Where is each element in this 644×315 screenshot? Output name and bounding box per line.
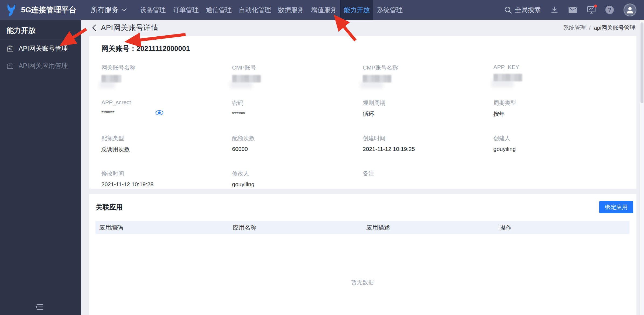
nav-item[interactable]: 能力开放 [340, 0, 373, 20]
detail-field: 创建时间2021-11-12 10:19:25 [363, 134, 494, 153]
table-column-header: 应用编码 [95, 224, 229, 232]
sidebar-title: 能力开放 [0, 20, 81, 40]
avatar[interactable] [624, 4, 636, 16]
nav-item[interactable]: 系统管理 [373, 0, 406, 20]
clipboard-icon [6, 62, 14, 70]
nav-item[interactable]: 订单管理 [169, 0, 202, 20]
page-title: API网关账号详情 [101, 23, 158, 33]
field-value-text: 总调用次数 [101, 146, 130, 153]
mail-icon[interactable] [568, 6, 577, 13]
monitor-icon[interactable] [587, 6, 596, 14]
detail-field: 创建人gouyiling [494, 134, 624, 153]
help-icon[interactable]: ? [605, 6, 614, 14]
topbar: 5G连接管理平台 所有服务设备管理订单管理通信管理自动化管理数据服务增值服务能力… [0, 0, 644, 20]
field-label: 密码 [232, 99, 363, 107]
bind-app-button[interactable]: 绑定应用 [599, 201, 633, 213]
field-value [232, 75, 363, 82]
field-label: CMP账号名称 [363, 64, 494, 71]
breadcrumb-item[interactable]: 系统管理 [563, 24, 586, 32]
field-value: 2021-11-12 10:19:28 [101, 181, 232, 188]
detail-field: 周期类型按年 [494, 99, 624, 118]
breadcrumb: 系统管理/api网关账号管理 [563, 24, 635, 32]
field-value [494, 74, 624, 81]
nav-item-label: 能力开放 [344, 6, 370, 14]
field-value-text: ****** [101, 109, 115, 116]
vertical-scrollbar[interactable] [640, 20, 644, 315]
field-value: 2021-11-12 10:19:25 [363, 146, 494, 153]
field-value: 按年 [494, 110, 624, 118]
global-search-label: 全局搜索 [515, 6, 541, 14]
nav-item-label: 自动化管理 [239, 6, 271, 14]
field-label: 网关账号名称 [101, 64, 232, 71]
breadcrumb-separator: / [589, 25, 591, 31]
global-search-button[interactable]: 全局搜索 [504, 6, 541, 14]
related-apps-card: 关联应用 绑定应用 应用编码应用名称应用描述操作 暂无数据 [89, 194, 636, 315]
topbar-actions: 全局搜索 ? [504, 4, 644, 16]
detail-field: 备注 [363, 170, 494, 188]
field-label: 配额类型 [101, 134, 232, 142]
table-column-header: 操作 [496, 224, 629, 232]
field-value: ****** [232, 110, 363, 117]
field-value: 总调用次数 [101, 146, 232, 153]
sidebar-item-label: API网关应用管理 [19, 61, 68, 70]
nav-item-label: 数据服务 [278, 6, 304, 14]
chevron-down-icon [122, 6, 127, 11]
clipboard-icon [6, 45, 14, 52]
sidebar-collapse-icon[interactable] [34, 303, 44, 312]
nav-item-label: 设备管理 [140, 6, 166, 14]
nav-item[interactable]: 通信管理 [202, 0, 235, 20]
nav-item[interactable]: 所有服务 [87, 0, 129, 20]
nav-item-label: 通信管理 [206, 6, 232, 14]
field-label: 创建人 [494, 134, 624, 142]
field-label: 备注 [363, 170, 494, 177]
download-icon[interactable] [550, 6, 559, 14]
notification-badge [594, 5, 597, 8]
back-chevron-icon [91, 24, 97, 32]
sidebar-item[interactable]: API网关应用管理 [0, 57, 81, 74]
field-value-text: 60000 [232, 146, 248, 152]
field-value-text: ****** [232, 110, 245, 117]
detail-field: 修改人gouyiling [232, 170, 363, 188]
detail-field: 网关账号名称 [101, 64, 232, 82]
back-button[interactable]: API网关账号详情 [91, 23, 158, 33]
field-value: ****** [101, 109, 232, 116]
show-secret-eye-icon[interactable] [155, 110, 164, 116]
field-label: 规则周期 [363, 99, 494, 107]
field-value-text: 2021-11-12 10:19:28 [101, 181, 153, 188]
user-icon [625, 5, 635, 15]
sidebar-item[interactable]: API网关账号管理 [0, 40, 81, 57]
redacted-value [494, 74, 522, 81]
scrollbar-thumb[interactable] [640, 22, 643, 103]
field-label: 配额次数 [232, 134, 363, 142]
app-title: 5G连接管理平台 [21, 5, 76, 15]
field-value: gouyiling [494, 146, 624, 153]
nav-item-label: 订单管理 [173, 6, 199, 14]
nav-item-label: 系统管理 [377, 6, 403, 14]
detail-field: APP_screct****** [101, 99, 232, 118]
nav-item[interactable]: 设备管理 [136, 0, 169, 20]
field-label: 创建时间 [363, 134, 494, 142]
table-column-header: 应用描述 [362, 224, 496, 232]
detail-field: 密码****** [232, 99, 363, 118]
field-value [363, 181, 494, 188]
field-label: 周期类型 [494, 99, 624, 107]
detail-field: 配额次数60000 [232, 134, 363, 153]
nav-item[interactable]: 数据服务 [275, 0, 307, 20]
field-label: 修改人 [232, 170, 363, 177]
field-label: CMP账号 [232, 64, 363, 71]
field-label: APP_KEY [494, 64, 624, 70]
gateway-account-heading: 网关账号：20211112000001 [101, 44, 624, 53]
nav-item[interactable]: 自动化管理 [235, 0, 275, 20]
related-apps-title: 关联应用 [96, 203, 123, 212]
field-value-text: gouyiling [494, 146, 516, 152]
nav-item[interactable]: 增值服务 [307, 0, 340, 20]
detail-field: 规则周期循环 [363, 99, 494, 118]
redacted-value [232, 75, 261, 82]
gateway-account-value: 20211112000001 [136, 44, 190, 53]
detail-field: 配额类型总调用次数 [101, 134, 232, 153]
field-label: 修改时间 [101, 170, 232, 177]
gateway-account-label: 网关账号： [101, 44, 136, 53]
field-value: 循环 [363, 110, 494, 118]
field-label: APP_screct [101, 99, 232, 106]
field-value: 60000 [232, 146, 363, 153]
